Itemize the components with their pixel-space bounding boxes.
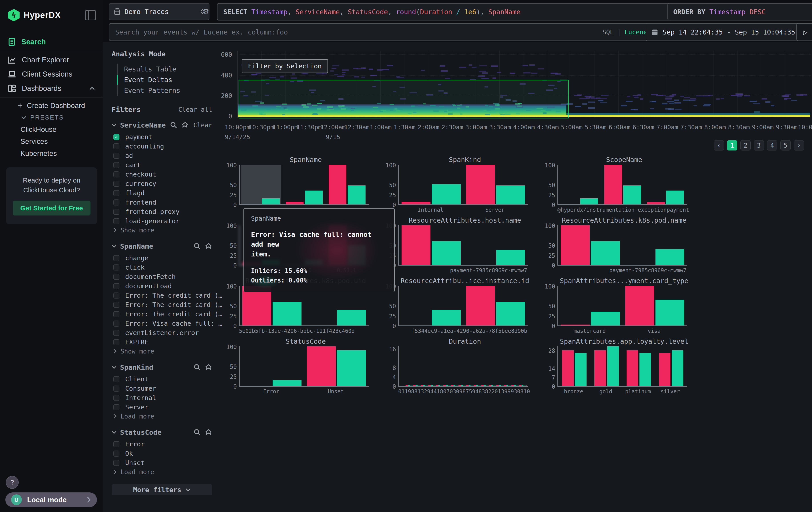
checkbox[interactable]	[113, 274, 119, 280]
chart-plot[interactable]	[557, 286, 687, 326]
filter-load-more-link[interactable]: Load more	[112, 467, 212, 476]
more-filters-button[interactable]: More filters	[112, 484, 212, 495]
filter-option[interactable]: Unset	[112, 458, 212, 467]
sidebar-item-client-sessions[interactable]: Client Sessions	[0, 67, 103, 81]
filter-option[interactable]: eventListener.error	[112, 328, 212, 338]
checkbox[interactable]	[113, 181, 119, 187]
filter-option[interactable]: frontend-proxy	[112, 207, 212, 216]
filter-option[interactable]: frontend	[112, 198, 212, 207]
get-started-button[interactable]: Get Started for Free	[13, 201, 90, 215]
checkbox[interactable]: ✓	[113, 134, 119, 140]
sidebar-item-kubernetes[interactable]: Kubernetes	[0, 147, 103, 159]
presets-toggle[interactable]: PRESETS	[0, 112, 103, 123]
checkbox[interactable]	[113, 385, 119, 392]
clear-all-button[interactable]: Clear all	[178, 106, 212, 113]
checkbox[interactable]	[113, 293, 119, 298]
pagination-page-4[interactable]: 4	[767, 140, 777, 151]
pagination-page-5[interactable]: 5	[780, 140, 791, 151]
help-button[interactable]: ?	[6, 476, 19, 489]
pagination-next-button[interactable]: ›	[794, 140, 804, 151]
chart-plot[interactable]	[398, 286, 528, 326]
create-dashboard-button[interactable]: +Create Dashboard	[0, 99, 103, 112]
filter-by-selection-button[interactable]: Filter by Selection	[242, 59, 328, 73]
filter-option[interactable]: cart	[112, 160, 212, 170]
analysis-mode-event-deltas[interactable]: Event Deltas	[118, 74, 212, 85]
filter-option[interactable]: Ok	[112, 449, 212, 458]
filter-option[interactable]: load-generator	[112, 216, 212, 226]
checkbox[interactable]	[113, 460, 119, 466]
checkbox[interactable]	[113, 283, 119, 289]
collapse-sidebar-icon[interactable]	[85, 10, 96, 20]
pagination-page-1[interactable]: 1	[727, 140, 737, 151]
pagination-page-2[interactable]: 2	[741, 140, 751, 151]
filter-section-header[interactable]: SpanKind	[112, 363, 212, 371]
filter-show-more-link[interactable]: Show more	[112, 226, 212, 235]
filter-load-more-link[interactable]: Load more	[112, 412, 212, 421]
checkbox[interactable]	[113, 153, 119, 159]
filter-option[interactable]: Consumer	[112, 384, 212, 393]
checkbox[interactable]	[113, 441, 119, 447]
clear-filter-button[interactable]: Clear	[194, 122, 212, 129]
filter-option[interactable]: ✓payment	[112, 132, 212, 141]
chart-plot[interactable]	[557, 165, 687, 205]
checkbox[interactable]	[113, 218, 119, 224]
filter-option[interactable]: Internal	[112, 393, 212, 402]
analysis-mode-event-patterns[interactable]: Event Patterns	[118, 85, 212, 96]
checkbox[interactable]	[113, 209, 119, 215]
checkbox[interactable]	[113, 311, 119, 317]
filter-option[interactable]: change	[112, 253, 212, 263]
filter-option[interactable]: Error: Visa cache full: …	[112, 319, 212, 328]
filter-section-header[interactable]: SpanName	[112, 242, 212, 250]
lucene-toggle[interactable]: Lucene	[625, 28, 647, 36]
filter-option[interactable]: Error: The credit card (…	[112, 291, 212, 300]
orderby-input[interactable]: ORDER BY Timestamp DESC	[667, 3, 812, 21]
pagination-prev-button[interactable]: ‹	[714, 140, 724, 151]
gear-icon[interactable]: ⚙	[203, 6, 208, 16]
filter-option[interactable]: accounting	[112, 141, 212, 151]
filter-section-header[interactable]: ServiceNameClear	[112, 121, 212, 129]
analysis-mode-results-table[interactable]: Results Table	[118, 64, 212, 74]
checkbox[interactable]	[113, 265, 119, 270]
search-input[interactable]: Search your events w/ Lucene ex. column:…	[109, 23, 653, 41]
sidebar-item-clickhouse[interactable]: ClickHouse	[0, 123, 103, 135]
filter-section-header[interactable]: StatusCode	[112, 428, 212, 436]
run-query-button[interactable]: ▷	[796, 23, 812, 41]
checkbox[interactable]	[113, 190, 119, 196]
checkbox[interactable]	[113, 451, 119, 457]
filter-option[interactable]: Client	[112, 374, 212, 384]
sidebar-item-dashboards[interactable]: Dashboards	[0, 81, 103, 96]
sidebar-item-chart-explorer[interactable]: Chart Explorer	[0, 53, 103, 67]
chart-plot[interactable]	[557, 346, 687, 387]
sql-toggle[interactable]: SQL	[602, 28, 614, 36]
date-range-picker[interactable]: Sep 14 22:04:35 - Sep 15 10:04:35	[646, 23, 803, 41]
filter-option[interactable]: flagd	[112, 188, 212, 198]
checkbox[interactable]	[113, 330, 119, 336]
checkbox[interactable]	[113, 199, 119, 206]
filter-option[interactable]: documentFetch	[112, 272, 212, 281]
checkbox[interactable]	[113, 302, 119, 308]
filter-option[interactable]: Error	[112, 439, 212, 449]
filter-option[interactable]: documentLoad	[112, 281, 212, 291]
filter-option[interactable]: click	[112, 263, 212, 272]
filter-option[interactable]: Error: The credit card (…	[112, 309, 212, 319]
heatmap-selection[interactable]	[238, 80, 569, 118]
chart-plot[interactable]	[557, 225, 687, 266]
filter-option[interactable]: currency	[112, 179, 212, 188]
source-select[interactable]: Demo Traces	[109, 3, 209, 20]
chart-plot[interactable]	[398, 346, 528, 387]
filter-show-more-link[interactable]: Show more	[112, 347, 212, 356]
sidebar-item-services[interactable]: Services	[0, 135, 103, 147]
checkbox[interactable]	[113, 143, 119, 150]
checkbox[interactable]	[113, 255, 119, 261]
chart-plot[interactable]	[398, 165, 528, 205]
checkbox[interactable]	[113, 376, 119, 382]
filter-option[interactable]: ad	[112, 151, 212, 160]
filter-option[interactable]: EXPIRE	[112, 338, 212, 347]
filter-option[interactable]: Error: The credit card (…	[112, 300, 212, 309]
checkbox[interactable]	[113, 404, 119, 410]
chart-plot[interactable]	[239, 165, 369, 205]
pagination-page-3[interactable]: 3	[754, 140, 764, 151]
filter-option[interactable]: Server	[112, 402, 212, 412]
filter-option[interactable]: checkout	[112, 170, 212, 179]
checkbox[interactable]	[113, 162, 119, 168]
